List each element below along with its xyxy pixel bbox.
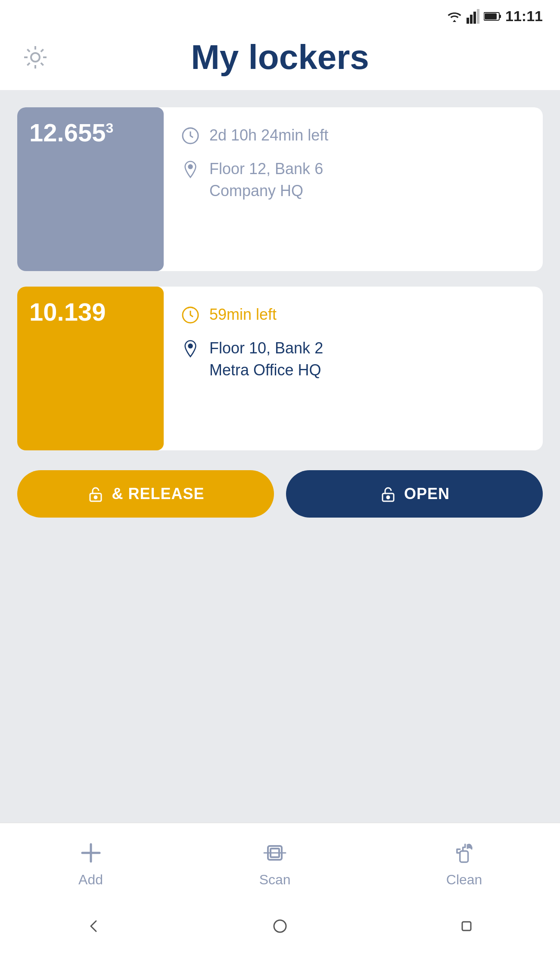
nav-label-scan: Scan xyxy=(259,872,291,888)
spray-icon xyxy=(451,840,477,866)
locker-info-2: 59min left Floor 10, Bank 2 Metra Office… xyxy=(164,287,543,450)
action-buttons: & RELEASE OPEN xyxy=(17,470,543,518)
svg-rect-0 xyxy=(467,18,469,24)
battery-icon xyxy=(484,11,501,22)
time-row-1: 2d 10h 24min left xyxy=(181,125,526,146)
nav-item-add[interactable]: Add xyxy=(78,840,104,888)
open-label: OPEN xyxy=(404,485,450,503)
location-text-1: Floor 12, Bank 6 Company HQ xyxy=(209,158,323,202)
location-icon-1 xyxy=(181,160,200,179)
bottom-nav: Add Scan Clean xyxy=(0,823,560,900)
svg-point-13 xyxy=(94,496,97,499)
locker-card-1[interactable]: 12.6553 2d 10h 24min left Floor 12, Bank… xyxy=(17,107,543,271)
clock-icon-1 xyxy=(181,126,200,145)
svg-rect-3 xyxy=(477,9,479,24)
location-icon-2 xyxy=(181,339,200,358)
status-icons: 11:11 xyxy=(447,8,543,25)
svg-rect-5 xyxy=(485,13,497,19)
plus-icon xyxy=(78,840,104,866)
locker-number-2: 10.139 xyxy=(29,300,106,325)
svg-rect-1 xyxy=(470,15,473,24)
svg-point-15 xyxy=(387,496,389,499)
scan-icon xyxy=(262,840,288,866)
header: My lockers xyxy=(0,29,560,90)
page-title: My lockers xyxy=(62,37,498,77)
svg-rect-2 xyxy=(473,12,476,24)
nav-item-scan[interactable]: Scan xyxy=(259,840,291,888)
location-text-2: Floor 10, Bank 2 Metra Office HQ xyxy=(209,337,323,381)
locker-info-1: 2d 10h 24min left Floor 12, Bank 6 Compa… xyxy=(164,107,543,271)
location-row-2: Floor 10, Bank 2 Metra Office HQ xyxy=(181,337,526,381)
svg-rect-6 xyxy=(499,15,501,18)
status-time: 11:11 xyxy=(505,8,543,25)
recents-button[interactable] xyxy=(454,913,479,939)
time-row-2: 59min left xyxy=(181,304,526,325)
open-button[interactable]: OPEN xyxy=(286,470,543,518)
nav-label-clean: Clean xyxy=(446,872,482,888)
time-left-2: 59min left xyxy=(209,304,277,325)
svg-point-9 xyxy=(189,165,193,169)
svg-point-22 xyxy=(274,920,286,932)
clock-icon-2 xyxy=(181,306,200,325)
locker-tile-1: 12.6553 xyxy=(17,107,164,271)
svg-rect-23 xyxy=(462,922,471,930)
settings-icon[interactable] xyxy=(22,44,49,71)
release-button[interactable]: & RELEASE xyxy=(17,470,274,518)
location-row-1: Floor 12, Bank 6 Company HQ xyxy=(181,158,526,202)
wifi-icon xyxy=(447,10,462,22)
unlock-icon-open xyxy=(379,485,397,503)
status-bar: 11:11 xyxy=(0,0,560,29)
signal-icon xyxy=(467,9,479,24)
back-button[interactable] xyxy=(81,913,106,939)
svg-point-11 xyxy=(189,344,193,348)
main-content: 12.6553 2d 10h 24min left Floor 12, Bank… xyxy=(0,90,560,823)
home-button[interactable] xyxy=(267,913,293,939)
unlock-icon-release xyxy=(87,485,105,503)
svg-point-7 xyxy=(31,53,40,62)
nav-label-add: Add xyxy=(78,872,103,888)
locker-number-1: 12.6553 xyxy=(29,120,113,145)
android-nav xyxy=(0,900,560,961)
svg-rect-21 xyxy=(460,851,468,862)
locker-card-2[interactable]: 10.139 59min left Floor 10, Bank 2 Metra xyxy=(17,287,543,450)
nav-item-clean[interactable]: Clean xyxy=(446,840,482,888)
locker-tile-2: 10.139 xyxy=(17,287,164,450)
time-left-1: 2d 10h 24min left xyxy=(209,125,328,146)
release-label: & RELEASE xyxy=(112,485,204,503)
